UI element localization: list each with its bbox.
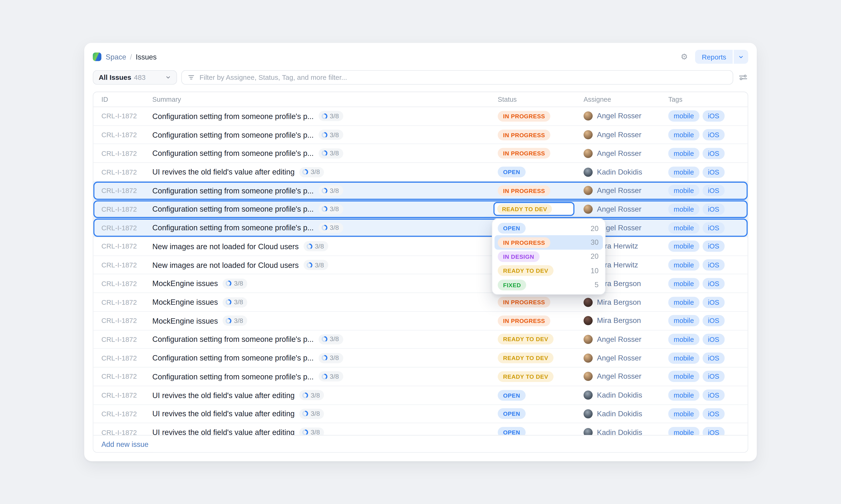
table-rows: CRL-I-1872 Configuration setting from so… (93, 107, 748, 435)
tag-chip[interactable]: mobile (668, 129, 699, 140)
table-row[interactable]: CRL-I-1872 Configuration setting from so… (93, 107, 748, 126)
tag-chip[interactable]: mobile (668, 408, 699, 419)
status-badge-fixed[interactable]: FIXED (498, 280, 526, 290)
issue-id: CRL-I-1872 (93, 391, 152, 399)
tag-chip[interactable]: mobile (668, 334, 699, 345)
status-badge-in_progress[interactable]: IN PROGRESS (498, 148, 551, 159)
tag-chip[interactable]: iOS (702, 278, 725, 289)
tag-chip[interactable]: mobile (668, 352, 699, 363)
status-badge-open[interactable]: OPEN (498, 390, 526, 401)
tag-chip[interactable]: iOS (702, 352, 725, 363)
table-row[interactable]: CRL-I-1872 MockEngine issues 3/8 IN PROG… (93, 293, 748, 312)
table-row[interactable]: CRL-I-1872 Configuration setting from so… (93, 144, 748, 163)
status-option-fixed[interactable]: FIXED5 (493, 278, 605, 292)
issue-id: CRL-I-1872 (93, 335, 152, 343)
status-badge-in_design[interactable]: IN DESIGN (498, 251, 539, 262)
table-row[interactable]: CRL-I-1872 UI revives the old field's va… (93, 386, 748, 405)
status-option-ready_to_dev[interactable]: READY TO DEV10 (493, 264, 605, 278)
tags-cell: mobileiOS (668, 427, 748, 435)
table-row[interactable]: CRL-I-1872 UI revives the old field's va… (93, 405, 748, 424)
view-select[interactable]: All Issues 483 (93, 70, 177, 85)
gear-icon[interactable]: ⚙ (681, 53, 688, 61)
table-row[interactable]: CRL-I-1872 MockEngine issues 3/8 Mira Be… (93, 275, 748, 293)
tag-chip[interactable]: mobile (668, 222, 699, 233)
assignee-cell: Angel Rosser (584, 149, 668, 158)
progress-ring-icon (321, 336, 328, 343)
tag-chip[interactable]: iOS (702, 334, 725, 345)
issue-id: CRL-I-1872 (93, 410, 152, 418)
progress-ring-icon (225, 318, 232, 324)
issue-id: CRL-I-1872 (93, 317, 152, 325)
status-badge-ready_to_dev[interactable]: READY TO DEV (498, 265, 554, 276)
tag-chip[interactable]: mobile (668, 296, 699, 308)
tag-chip[interactable]: mobile (668, 203, 699, 215)
status-badge-ready_to_dev[interactable]: READY TO DEV (497, 204, 552, 214)
table-row[interactable]: CRL-I-1872 Configuration setting from so… (93, 367, 748, 386)
progress-pill: 3/8 (319, 222, 343, 233)
tag-chip[interactable]: iOS (702, 427, 725, 435)
status-badge-in_progress[interactable]: IN PROGRESS (498, 297, 551, 308)
tag-chip[interactable]: iOS (702, 148, 725, 159)
reports-button[interactable]: Reports (696, 50, 733, 64)
table-row[interactable]: CRL-I-1872 Configuration setting from so… (93, 349, 748, 367)
status-cell: IN PROGRESS (498, 316, 584, 326)
table-row[interactable]: CRL-I-1872 Configuration setting from so… (93, 126, 748, 144)
progress-ring-icon (306, 262, 313, 268)
status-badge-ready_to_dev[interactable]: READY TO DEV (498, 334, 554, 345)
table-row[interactable]: CRL-I-1872 UI revives the old field's va… (93, 163, 748, 182)
tag-chip[interactable]: mobile (668, 241, 699, 252)
tag-chip[interactable]: iOS (702, 185, 725, 196)
table-row[interactable]: CRL-I-1872 Configuration setting from so… (93, 219, 748, 237)
status-badge-in_progress[interactable]: IN PROGRESS (498, 316, 551, 326)
breadcrumb-space-link[interactable]: Space (106, 53, 126, 61)
status-badge-open[interactable]: OPEN (498, 223, 526, 234)
tag-chip[interactable]: iOS (702, 315, 725, 326)
table-row[interactable]: CRL-I-1872 Configuration setting from so… (93, 200, 748, 219)
tag-chip[interactable]: mobile (668, 371, 699, 382)
status-badge-ready_to_dev[interactable]: READY TO DEV (498, 371, 554, 382)
avatar (584, 391, 593, 400)
add-new-issue-link[interactable]: Add new issue (93, 440, 148, 448)
table-row[interactable]: CRL-I-1872 New images are not loaded for… (93, 237, 748, 256)
tag-chip[interactable]: mobile (668, 185, 699, 196)
status-badge-open[interactable]: OPEN (498, 427, 526, 435)
tag-chip[interactable]: iOS (702, 259, 725, 270)
tag-chip[interactable]: iOS (702, 166, 725, 178)
status-picker-open[interactable]: READY TO DEV (493, 202, 574, 216)
tag-chip[interactable]: iOS (702, 129, 725, 140)
tag-chip[interactable]: iOS (702, 222, 725, 233)
tag-chip[interactable]: iOS (702, 408, 725, 419)
tag-chip[interactable]: mobile (668, 148, 699, 159)
tag-chip[interactable]: mobile (668, 111, 699, 122)
filter-search-input[interactable]: Filter by Assignee, Status, Tag, and mor… (181, 70, 733, 85)
status-badge-in_progress[interactable]: IN PROGRESS (498, 237, 551, 248)
tag-chip[interactable]: mobile (668, 278, 699, 289)
status-option-in_design[interactable]: IN DESIGN20 (493, 249, 605, 264)
table-row[interactable]: CRL-I-1872 MockEngine issues 3/8 IN PROG… (93, 312, 748, 330)
tag-chip[interactable]: mobile (668, 427, 699, 435)
status-badge-in_progress[interactable]: IN PROGRESS (498, 185, 551, 196)
status-badge-open[interactable]: OPEN (498, 408, 526, 419)
tag-chip[interactable]: iOS (702, 371, 725, 382)
table-row[interactable]: CRL-I-1872 Configuration setting from so… (93, 330, 748, 349)
status-badge-ready_to_dev[interactable]: READY TO DEV (498, 353, 554, 363)
tag-chip[interactable]: mobile (668, 315, 699, 326)
tag-chip[interactable]: mobile (668, 166, 699, 178)
status-badge-in_progress[interactable]: IN PROGRESS (498, 129, 551, 140)
status-option-in_progress[interactable]: IN PROGRESS30 (495, 235, 603, 250)
status-badge-in_progress[interactable]: IN PROGRESS (498, 111, 551, 122)
tag-chip[interactable]: mobile (668, 390, 699, 401)
status-option-open[interactable]: OPEN20 (493, 221, 605, 235)
tag-chip[interactable]: iOS (702, 296, 725, 308)
tag-chip[interactable]: mobile (668, 259, 699, 270)
table-row[interactable]: CRL-I-1872 New images are not loaded for… (93, 256, 748, 275)
sliders-icon[interactable] (738, 73, 748, 82)
tag-chip[interactable]: iOS (702, 203, 725, 215)
tag-chip[interactable]: iOS (702, 241, 725, 252)
tag-chip[interactable]: iOS (702, 111, 725, 122)
status-badge-open[interactable]: OPEN (498, 167, 526, 177)
reports-dropdown-toggle[interactable] (734, 50, 748, 64)
table-row[interactable]: CRL-I-1872 UI revives the old field's va… (93, 423, 748, 435)
table-row[interactable]: CRL-I-1872 Configuration setting from so… (93, 182, 748, 200)
tag-chip[interactable]: iOS (702, 390, 725, 401)
